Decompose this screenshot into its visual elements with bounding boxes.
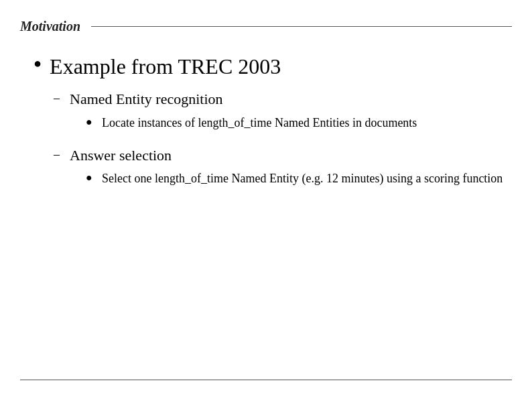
sub-bullet-dot-1-0: ● — [86, 172, 95, 184]
dash-symbol-1: – — [54, 148, 63, 162]
sub-bullet-text-0-0: Locate instances of length_of_time Named… — [102, 114, 417, 131]
sub-bullet-1-0: ● Select one length_of_time Named Entity… — [86, 170, 503, 187]
main-content: ● Example from TREC 2003 – Named Entity … — [34, 54, 512, 203]
main-bullet-dot: ● — [34, 56, 42, 70]
sub-bullet-0-0: ● Locate instances of length_of_time Nam… — [86, 114, 417, 131]
header-line — [91, 26, 512, 27]
slide-title: Motivation — [20, 19, 80, 34]
sub-bullets-0: ● Locate instances of length_of_time Nam… — [86, 114, 417, 131]
dash-label-0: Named Entity recognition — [70, 91, 223, 107]
top-bullet-item: ● Example from TREC 2003 — [34, 54, 512, 79]
dash-item-0-content: Named Entity recognition ● Locate instan… — [70, 90, 417, 138]
dash-item-1: – Answer selection ● Select one length_o… — [54, 146, 512, 194]
slide: Motivation ● Example from TREC 2003 – Na… — [0, 0, 532, 399]
dash-item-1-content: Answer selection ● Select one length_of_… — [70, 146, 503, 194]
sub-items-container: – Named Entity recognition ● Locate inst… — [54, 90, 512, 194]
dash-symbol-0: – — [54, 91, 63, 105]
dash-item-0: – Named Entity recognition ● Locate inst… — [54, 90, 512, 138]
dash-label-1: Answer selection — [70, 147, 172, 164]
sub-bullet-text-1-0: Select one length_of_time Named Entity (… — [102, 170, 503, 187]
main-heading: Example from TREC 2003 — [50, 54, 281, 79]
sub-bullet-dot-0-0: ● — [86, 116, 95, 128]
footer-line — [20, 380, 512, 381]
sub-bullets-1: ● Select one length_of_time Named Entity… — [86, 170, 503, 187]
header-bar: Motivation — [0, 19, 532, 34]
